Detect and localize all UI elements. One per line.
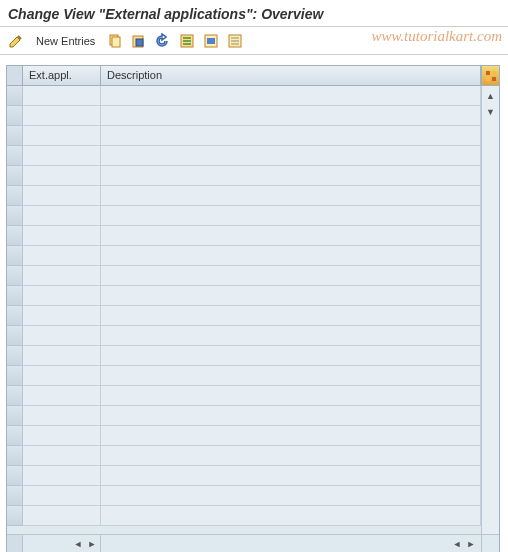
undo-icon[interactable] [153,31,173,51]
row-selector[interactable] [7,86,23,106]
row-selector-header[interactable] [7,66,23,85]
cell-description[interactable] [101,386,481,406]
cell-description[interactable] [101,166,481,186]
select-block-icon[interactable] [201,31,221,51]
hscroll-right-icon[interactable]: ► [86,538,98,550]
cell-description[interactable] [101,86,481,106]
row-selector[interactable] [7,266,23,286]
content-area: Ext.appl. Description ▲ ▼ ◄ ► ◄ ► [0,55,508,552]
table-row [7,186,481,206]
hscroll-ext[interactable]: ◄ ► [23,535,101,552]
row-selector[interactable] [7,246,23,266]
table-row [7,466,481,486]
svg-rect-17 [492,77,496,81]
row-selector[interactable] [7,486,23,506]
cell-description[interactable] [101,346,481,366]
row-selector[interactable] [7,506,23,526]
row-selector[interactable] [7,186,23,206]
cell-description[interactable] [101,186,481,206]
cell-description[interactable] [101,146,481,166]
row-selector[interactable] [7,306,23,326]
deselect-all-icon[interactable] [225,31,245,51]
cell-ext-appl[interactable] [23,106,101,126]
cell-ext-appl[interactable] [23,126,101,146]
cell-ext-appl[interactable] [23,426,101,446]
cell-ext-appl[interactable] [23,86,101,106]
cell-description[interactable] [101,246,481,266]
cell-description[interactable] [101,466,481,486]
cell-description[interactable] [101,286,481,306]
row-selector[interactable] [7,446,23,466]
cell-description[interactable] [101,426,481,446]
scroll-up-icon[interactable]: ▲ [484,89,498,103]
scroll-down-icon[interactable]: ▼ [484,105,498,119]
cell-ext-appl[interactable] [23,486,101,506]
cell-ext-appl[interactable] [23,146,101,166]
cell-ext-appl[interactable] [23,346,101,366]
copy-icon[interactable] [105,31,125,51]
cell-description[interactable] [101,326,481,346]
cell-ext-appl[interactable] [23,386,101,406]
cell-ext-appl[interactable] [23,226,101,246]
column-header-description[interactable]: Description [101,66,481,85]
table-row [7,206,481,226]
cell-ext-appl[interactable] [23,246,101,266]
column-header-ext-appl[interactable]: Ext.appl. [23,66,101,85]
row-selector[interactable] [7,166,23,186]
row-selector[interactable] [7,326,23,346]
cell-description[interactable] [101,406,481,426]
select-all-icon[interactable] [177,31,197,51]
row-selector[interactable] [7,406,23,426]
cell-description[interactable] [101,106,481,126]
hscroll-corner-left [7,535,23,552]
cell-ext-appl[interactable] [23,406,101,426]
cell-description[interactable] [101,306,481,326]
hscroll-right-icon[interactable]: ► [465,538,477,550]
row-selector[interactable] [7,346,23,366]
row-selector[interactable] [7,146,23,166]
table-settings-button[interactable] [481,66,499,85]
cell-ext-appl[interactable] [23,306,101,326]
cell-ext-appl[interactable] [23,466,101,486]
svg-rect-16 [486,77,490,81]
new-entries-button[interactable]: New Entries [30,33,101,49]
cell-ext-appl[interactable] [23,206,101,226]
cell-ext-appl[interactable] [23,166,101,186]
row-selector[interactable] [7,386,23,406]
cell-description[interactable] [101,206,481,226]
hscroll-left-icon[interactable]: ◄ [72,538,84,550]
table-row [7,246,481,266]
row-selector[interactable] [7,366,23,386]
row-selector[interactable] [7,466,23,486]
cell-ext-appl[interactable] [23,446,101,466]
cell-description[interactable] [101,126,481,146]
svg-rect-6 [183,40,191,42]
cell-description[interactable] [101,366,481,386]
row-selector[interactable] [7,206,23,226]
row-selector[interactable] [7,426,23,446]
grid-body: ▲ ▼ [7,86,499,534]
cell-description[interactable] [101,446,481,466]
row-selector[interactable] [7,226,23,246]
table-row [7,86,481,106]
cell-description[interactable] [101,266,481,286]
row-selector[interactable] [7,126,23,146]
hscroll-desc[interactable]: ◄ ► [101,535,481,552]
vertical-scrollbar[interactable]: ▲ ▼ [481,86,499,534]
cell-description[interactable] [101,486,481,506]
cell-ext-appl[interactable] [23,366,101,386]
cell-description[interactable] [101,226,481,246]
edit-icon[interactable] [6,31,26,51]
cell-ext-appl[interactable] [23,326,101,346]
cell-ext-appl[interactable] [23,506,101,526]
row-selector[interactable] [7,286,23,306]
table-row [7,306,481,326]
cell-ext-appl[interactable] [23,186,101,206]
row-selector[interactable] [7,106,23,126]
hscroll-left-icon[interactable]: ◄ [451,538,463,550]
delete-icon[interactable] [129,31,149,51]
cell-description[interactable] [101,506,481,526]
cell-ext-appl[interactable] [23,266,101,286]
svg-rect-14 [486,71,490,75]
cell-ext-appl[interactable] [23,286,101,306]
